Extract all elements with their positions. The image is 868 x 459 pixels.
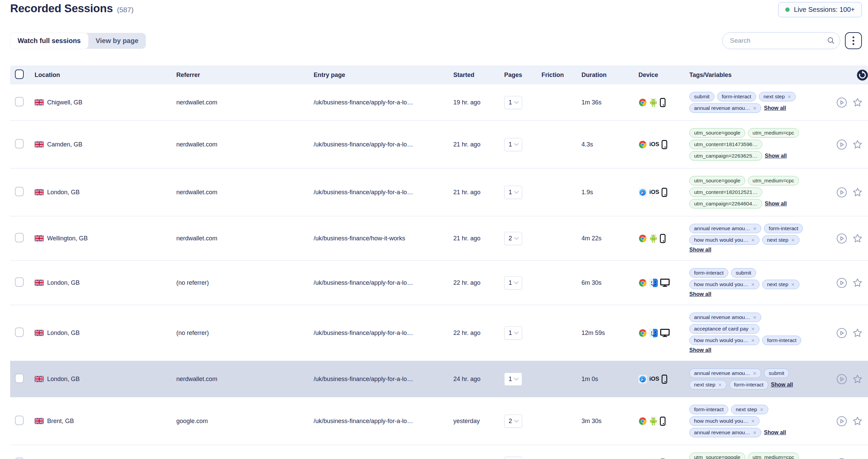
table-row[interactable]: Chigwell, GBnerdwallet.com/uk/business-f… <box>10 84 868 121</box>
tag-pill[interactable]: annual revenue amou…✕ <box>689 313 761 322</box>
tag-pill[interactable]: utm_content=181473596… <box>689 140 762 149</box>
remove-tag-icon[interactable]: ✕ <box>751 419 755 423</box>
row-checkbox[interactable] <box>15 277 24 287</box>
row-checkbox[interactable] <box>15 233 24 242</box>
remove-tag-icon[interactable]: ✕ <box>751 238 755 242</box>
star-session-button[interactable] <box>852 328 863 338</box>
tag-pill[interactable]: acceptance of card pay✕ <box>689 324 760 334</box>
column-header-device[interactable]: Device <box>638 72 689 79</box>
table-row[interactable]: Camden, GBnerdwallet.com/uk/business-fin… <box>10 121 868 168</box>
show-all-link[interactable]: Show all <box>765 201 787 207</box>
table-row[interactable]: London, GBnerdwallet.com/uk/business-fin… <box>10 361 868 397</box>
remove-tag-icon[interactable]: ✕ <box>791 282 795 287</box>
star-session-button[interactable] <box>852 139 863 149</box>
tag-pill[interactable]: form-interact <box>689 268 728 278</box>
tag-pill[interactable]: form-interact <box>764 224 803 233</box>
tag-pill[interactable]: utm_source=google <box>689 453 745 459</box>
tag-pill[interactable]: next step✕ <box>759 92 796 101</box>
tag-pill[interactable]: how much would you…✕ <box>689 235 760 245</box>
column-header-friction[interactable]: Friction <box>541 72 581 79</box>
pages-dropdown[interactable]: 1 <box>504 138 522 151</box>
play-session-button[interactable] <box>836 187 847 198</box>
remove-tag-icon[interactable]: ✕ <box>751 282 755 287</box>
tag-pill[interactable]: utm_campaign=2263625… <box>689 151 762 161</box>
remove-tag-icon[interactable]: ✕ <box>753 106 756 111</box>
star-session-button[interactable] <box>852 187 863 197</box>
refresh-icon[interactable] <box>857 69 868 81</box>
show-all-link[interactable]: Show all <box>689 347 711 353</box>
tag-pill[interactable]: utm_source=google <box>689 176 745 185</box>
tag-pill[interactable]: annual revenue amou…✕ <box>689 224 761 233</box>
tag-pill[interactable]: annual revenue amou…✕ <box>689 368 761 378</box>
column-header-referrer[interactable]: Referrer <box>176 72 314 79</box>
tag-pill[interactable]: utm_source=google <box>689 128 745 138</box>
star-session-button[interactable] <box>852 416 863 426</box>
table-row[interactable]: Brent, GBgoogle.com/uk/business-finance/… <box>10 397 868 445</box>
pages-dropdown[interactable]: 1 <box>504 373 522 386</box>
star-session-button[interactable] <box>852 374 863 384</box>
row-checkbox[interactable] <box>15 374 24 383</box>
play-session-button[interactable] <box>836 97 847 108</box>
pages-dropdown[interactable]: 1 <box>504 326 522 340</box>
pages-dropdown[interactable]: 1 <box>504 276 522 290</box>
tag-pill[interactable]: utm_campaign=2264604… <box>689 199 762 208</box>
play-session-button[interactable] <box>836 374 847 384</box>
row-checkbox[interactable] <box>15 97 24 106</box>
show-all-link[interactable]: Show all <box>764 105 786 111</box>
show-all-link[interactable]: Show all <box>771 382 793 388</box>
remove-tag-icon[interactable]: ✕ <box>718 383 722 387</box>
tag-pill[interactable]: how much would you…✕ <box>689 336 760 345</box>
remove-tag-icon[interactable]: ✕ <box>753 226 756 231</box>
remove-tag-icon[interactable]: ✕ <box>753 315 756 320</box>
show-all-link[interactable]: Show all <box>764 430 786 436</box>
column-header-started[interactable]: Started <box>453 72 504 79</box>
remove-tag-icon[interactable]: ✕ <box>751 327 755 331</box>
tag-pill[interactable]: next step✕ <box>762 235 800 245</box>
tab-view-by-page[interactable]: View by page <box>88 33 146 49</box>
tag-pill[interactable]: next step✕ <box>762 280 800 289</box>
play-session-button[interactable] <box>836 328 847 338</box>
show-all-link[interactable]: Show all <box>765 153 787 159</box>
search-input[interactable] <box>722 32 840 49</box>
tag-pill[interactable]: utm_medium=cpc <box>748 176 799 185</box>
pages-dropdown[interactable]: 1 <box>504 186 522 199</box>
show-all-link[interactable]: Show all <box>689 291 711 297</box>
show-all-link[interactable]: Show all <box>689 247 711 253</box>
row-checkbox[interactable] <box>15 327 24 337</box>
remove-tag-icon[interactable]: ✕ <box>788 95 791 99</box>
remove-tag-icon[interactable]: ✕ <box>791 238 795 242</box>
tag-pill[interactable]: utm_medium=cpc <box>748 128 799 138</box>
column-header-location[interactable]: Location <box>35 72 176 79</box>
pages-dropdown[interactable]: 2 <box>504 232 522 245</box>
tag-pill[interactable]: form-interact <box>689 405 728 414</box>
tag-pill[interactable]: utm_content=182012521… <box>689 187 762 197</box>
row-checkbox[interactable] <box>15 187 24 196</box>
tag-pill[interactable]: next step✕ <box>689 380 727 390</box>
column-header-tags-variables[interactable]: Tags/Variables <box>689 67 836 83</box>
tag-pill[interactable]: how much would you…✕ <box>689 416 760 426</box>
pages-dropdown[interactable]: 1 <box>504 457 522 459</box>
tag-pill[interactable]: annual revenue amou…✕ <box>689 428 761 437</box>
column-header-entry-page[interactable]: Entry page <box>314 72 453 79</box>
tag-pill[interactable]: form-interact <box>717 92 756 101</box>
table-row[interactable]: GBnerdwallet.com/uk/business-finance/app… <box>10 445 868 459</box>
table-row[interactable]: London, GB(no referrer)/uk/business-fina… <box>10 305 868 361</box>
select-all-checkbox[interactable] <box>15 69 24 79</box>
tab-watch-full-sessions[interactable]: Watch full sessions <box>10 33 88 49</box>
tag-pill[interactable]: how much would you…✕ <box>689 280 760 289</box>
column-header-duration[interactable]: Duration <box>581 72 638 79</box>
play-session-button[interactable] <box>836 278 847 288</box>
pages-dropdown[interactable]: 2 <box>504 415 522 428</box>
star-session-button[interactable] <box>852 278 863 288</box>
tag-pill[interactable]: submit <box>731 268 756 278</box>
remove-tag-icon[interactable]: ✕ <box>753 371 756 376</box>
play-session-button[interactable] <box>836 416 847 426</box>
row-checkbox[interactable] <box>15 139 24 148</box>
tag-pill[interactable]: submit <box>764 368 789 378</box>
tag-pill[interactable]: form-interact <box>762 336 801 345</box>
options-menu-button[interactable] <box>845 32 862 49</box>
play-session-button[interactable] <box>836 139 847 150</box>
tag-pill[interactable]: next step✕ <box>731 405 768 414</box>
remove-tag-icon[interactable]: ✕ <box>751 338 755 343</box>
tag-pill[interactable]: utm_medium=cpc <box>748 453 799 459</box>
